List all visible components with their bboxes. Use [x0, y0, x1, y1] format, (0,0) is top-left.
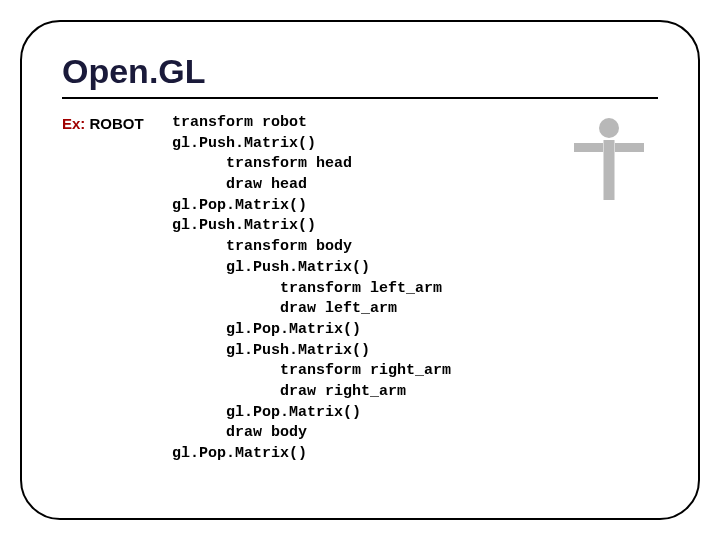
robot-left-arm-icon	[574, 143, 603, 152]
example-main: ROBOT	[85, 115, 143, 132]
page-title: Open.GL	[62, 52, 658, 91]
example-prefix: Ex:	[62, 115, 85, 132]
robot-figure	[574, 118, 644, 208]
example-label: Ex: ROBOT	[62, 115, 144, 132]
robot-head-icon	[599, 118, 619, 138]
robot-body-icon	[604, 140, 615, 200]
title-underline	[62, 97, 658, 99]
code-block: transform robot gl.Push.Matrix() transfo…	[172, 113, 451, 465]
slide-frame: Open.GL Ex: ROBOT transform robot gl.Pus…	[20, 20, 700, 520]
content-row: Ex: ROBOT transform robot gl.Push.Matrix…	[62, 113, 658, 465]
label-column: Ex: ROBOT	[62, 113, 172, 133]
robot-right-arm-icon	[615, 143, 644, 152]
